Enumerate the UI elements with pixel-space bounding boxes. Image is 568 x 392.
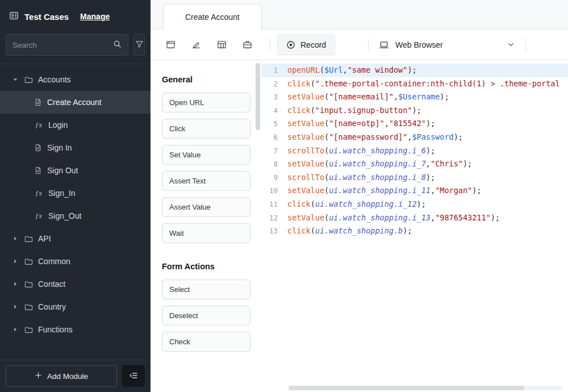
main-area: Create Account Record bbox=[151, 0, 568, 392]
command-click-button[interactable]: Click bbox=[162, 119, 250, 139]
code-line-11[interactable]: 11click(ui.watch_shopping.i_12); bbox=[261, 198, 568, 211]
tree-item-functions[interactable]: Functions bbox=[0, 318, 151, 341]
tree-item-login[interactable]: ƒxLogin bbox=[0, 114, 151, 136]
chevron-right-icon bbox=[12, 327, 19, 332]
code-text: setValue(ui.watch_shopping.i_11,"Morgan"… bbox=[287, 184, 481, 198]
commands-scrollbar bbox=[254, 60, 261, 392]
command-deselect-button[interactable]: Deselect bbox=[162, 306, 250, 326]
record-label: Record bbox=[300, 40, 326, 49]
sidebar-header: Test Cases Manage bbox=[0, 0, 151, 33]
function-icon: ƒx bbox=[34, 189, 43, 198]
add-module-button[interactable]: Add Module bbox=[6, 365, 117, 387]
scrollbar-thumb[interactable] bbox=[256, 63, 260, 130]
chevron-down-icon bbox=[507, 40, 515, 49]
code-line-8[interactable]: 8setValue(ui.watch_shopping.i_7,"Chris")… bbox=[261, 157, 568, 171]
code-line-2[interactable]: 2click(".theme-portal-container:nth-chil… bbox=[261, 77, 568, 91]
code-line-5[interactable]: 5setValue("[name=otp]","815542"); bbox=[261, 117, 568, 131]
commands-section-general: General bbox=[162, 75, 249, 84]
tree-item-label: Login bbox=[48, 120, 68, 130]
code-editor[interactable]: 1openURL($Url,"same window");2click(".th… bbox=[261, 60, 568, 392]
tree-item-label: Accounts bbox=[38, 75, 71, 84]
folder-icon bbox=[24, 257, 33, 266]
line-number: 9 bbox=[261, 171, 287, 185]
testcase-icon bbox=[34, 166, 42, 174]
command-select-button[interactable]: Select bbox=[162, 280, 250, 299]
tree-item-label: Common bbox=[38, 257, 70, 266]
search-box[interactable] bbox=[6, 34, 128, 56]
panel-title: Test Cases bbox=[24, 12, 69, 22]
line-number: 8 bbox=[261, 157, 287, 171]
code-line-3[interactable]: 3setValue("[name=email]",$Username); bbox=[261, 90, 568, 104]
folder-icon bbox=[24, 326, 33, 334]
line-number: 3 bbox=[261, 90, 287, 104]
tree-item-sign-out[interactable]: Sign Out bbox=[0, 159, 151, 182]
tree-item-api[interactable]: API bbox=[0, 227, 151, 250]
command-open-url-button[interactable]: Open URL bbox=[162, 93, 250, 112]
filter-button[interactable] bbox=[133, 34, 145, 56]
tree-item-sign-in[interactable]: Sign In bbox=[0, 136, 151, 159]
tree-item-common[interactable]: Common bbox=[0, 250, 151, 273]
search-input[interactable] bbox=[12, 41, 113, 49]
code-text: setValue("[name=password]",$Password); bbox=[287, 131, 463, 144]
toolbar: Record Web Browser bbox=[151, 30, 568, 60]
tree-item-accounts[interactable]: Accounts bbox=[0, 68, 151, 91]
code-text: click(ui.watch_shopping.i_12); bbox=[287, 198, 426, 211]
function-icon: ƒx bbox=[34, 211, 43, 220]
code-line-4[interactable]: 4click("input.signup-button"); bbox=[261, 104, 568, 118]
tab-label: Create Account bbox=[185, 12, 240, 22]
chevron-right-icon bbox=[12, 236, 19, 241]
tab-create-account[interactable]: Create Account bbox=[163, 4, 262, 30]
browser-selector[interactable]: Web Browser bbox=[375, 35, 519, 55]
browser-selector-label: Web Browser bbox=[395, 40, 443, 49]
code-text: click("input.signup-button"); bbox=[287, 104, 421, 118]
code-line-12[interactable]: 12setValue(ui.watch_shopping.i_13,"98765… bbox=[261, 211, 568, 225]
line-number: 4 bbox=[261, 104, 287, 118]
tree-item-label: Country bbox=[38, 302, 66, 311]
line-number: 13 bbox=[261, 224, 287, 238]
code-line-1[interactable]: 1openURL($Url,"same window"); bbox=[261, 64, 568, 77]
code-line-13[interactable]: 13click(ui.watch_shopping.b); bbox=[261, 224, 568, 238]
scrollbar-thumb[interactable] bbox=[289, 386, 524, 390]
code-text: setValue("[name=otp]","815542"); bbox=[287, 117, 435, 131]
sidebar-footer: Add Module bbox=[0, 360, 151, 392]
laptop-icon bbox=[379, 40, 389, 50]
function-icon: ƒx bbox=[34, 120, 43, 130]
collapse-sidebar-button[interactable] bbox=[122, 365, 145, 387]
code-line-9[interactable]: 9scrollTo(ui.watch_shopping.i_8); bbox=[261, 171, 568, 185]
command-assert-text-button[interactable]: Assert Text bbox=[162, 171, 250, 191]
sidebar-search-row bbox=[0, 33, 151, 64]
testcase-icon bbox=[34, 144, 42, 152]
editor-horizontal-scrollbar bbox=[289, 386, 562, 390]
sidebar: Test Cases Manage AccountsCreate Account… bbox=[0, 0, 151, 392]
tree-item-sign-out[interactable]: ƒxSign_Out bbox=[0, 205, 151, 227]
line-number: 5 bbox=[261, 117, 287, 131]
table-icon[interactable] bbox=[212, 35, 231, 55]
tab-bar: Create Account bbox=[151, 0, 568, 30]
tree-item-create-account[interactable]: Create Account bbox=[0, 91, 151, 114]
command-set-value-button[interactable]: Set Value bbox=[162, 145, 250, 165]
line-number: 1 bbox=[261, 64, 287, 77]
tree-item-sign-in[interactable]: ƒxSign_In bbox=[0, 182, 151, 205]
window-icon[interactable] bbox=[161, 35, 180, 55]
edit-icon[interactable] bbox=[186, 35, 206, 55]
line-number: 2 bbox=[261, 77, 287, 91]
search-icon bbox=[113, 40, 122, 51]
code-line-7[interactable]: 7scrollTo(ui.watch_shopping.i_6); bbox=[261, 144, 568, 158]
code-lines: 1openURL($Url,"same window");2click(".th… bbox=[261, 64, 568, 238]
command-assert-value-button[interactable]: Assert Value bbox=[162, 197, 250, 217]
tree-item-country[interactable]: Country bbox=[0, 295, 151, 318]
line-number: 7 bbox=[261, 144, 287, 158]
folder-icon bbox=[24, 235, 33, 243]
line-number: 12 bbox=[261, 211, 287, 225]
tree-item-contact[interactable]: Contact bbox=[0, 273, 151, 295]
command-wait-button[interactable]: Wait bbox=[162, 223, 250, 243]
code-line-6[interactable]: 6setValue("[name=password]",$Password); bbox=[261, 131, 568, 144]
briefcase-icon[interactable] bbox=[237, 35, 257, 55]
record-icon bbox=[286, 40, 295, 49]
command-check-button[interactable]: Check bbox=[162, 332, 250, 352]
manage-link[interactable]: Manage bbox=[80, 12, 110, 21]
line-number: 10 bbox=[261, 184, 287, 198]
code-line-10[interactable]: 10setValue(ui.watch_shopping.i_11,"Morga… bbox=[261, 184, 568, 198]
record-button[interactable]: Record bbox=[277, 35, 335, 55]
collapse-icon bbox=[129, 371, 138, 382]
